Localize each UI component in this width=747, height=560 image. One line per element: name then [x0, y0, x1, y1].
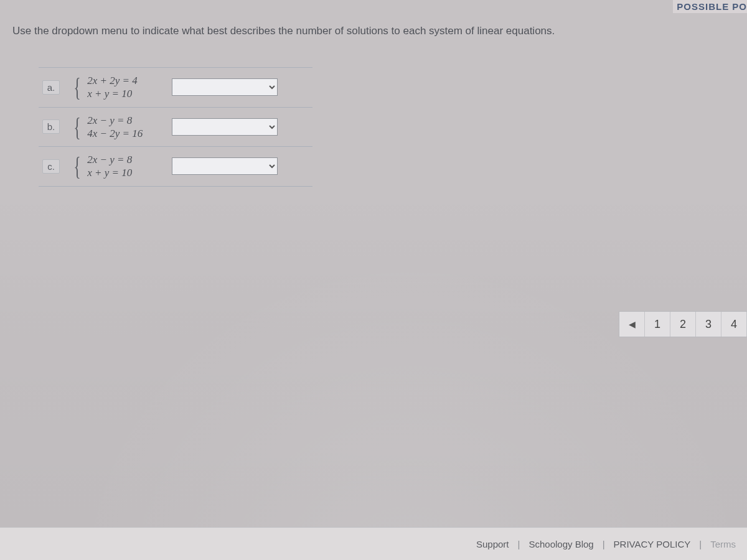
question-prompt: Use the dropdown menu to indicate what b… [12, 24, 735, 39]
item-letter: b. [42, 119, 60, 134]
pager-page-1[interactable]: 1 [645, 312, 670, 337]
item-row-b: b. { 2x − y = 8 4x − 2y = 16 [39, 108, 312, 147]
footer-privacy-link[interactable]: PRIVACY POLICY [614, 539, 691, 549]
brace-icon: { [74, 153, 81, 179]
item-letter: c. [42, 159, 60, 174]
equation-system: { 2x + 2y = 4 x + y = 10 [71, 74, 164, 101]
pager-prev-button[interactable]: ◀ [619, 312, 645, 337]
footer-separator: | [699, 539, 702, 549]
answer-dropdown-a[interactable] [172, 78, 278, 96]
equation-line: x + y = 10 [87, 87, 138, 100]
equation-line: 4x − 2y = 16 [87, 127, 143, 140]
item-letter: a. [42, 80, 60, 95]
footer-separator: | [518, 539, 520, 549]
brace-icon: { [74, 74, 81, 100]
footer-terms-link[interactable]: Terms [710, 539, 736, 549]
brace-icon: { [74, 114, 81, 140]
equation-system: { 2x − y = 8 x + y = 10 [71, 153, 164, 180]
equation-line: 2x + 2y = 4 [87, 74, 138, 87]
footer-separator: | [603, 539, 605, 549]
equation-line: 2x − y = 8 [87, 114, 143, 127]
item-row-a: a. { 2x + 2y = 4 x + y = 10 [39, 67, 312, 108]
pager-page-2[interactable]: 2 [670, 312, 696, 337]
answer-dropdown-b[interactable] [172, 118, 278, 136]
pager-page-3[interactable]: 3 [696, 312, 721, 337]
question-items: a. { 2x + 2y = 4 x + y = 10 b. { 2x − y … [39, 67, 312, 187]
answer-dropdown-c[interactable] [172, 157, 278, 175]
equation-line: 2x − y = 8 [87, 153, 132, 166]
equation-line: x + y = 10 [87, 166, 132, 179]
header-fragment: POSSIBLE PO [673, 0, 747, 13]
pager-page-4[interactable]: 4 [721, 312, 747, 337]
footer-blog-link[interactable]: Schoology Blog [529, 539, 593, 549]
background-shade [0, 187, 747, 528]
footer-support-link[interactable]: Support [476, 539, 509, 549]
footer: Support | Schoology Blog | PRIVACY POLIC… [0, 527, 747, 560]
item-row-c: c. { 2x − y = 8 x + y = 10 [39, 147, 312, 187]
equation-system: { 2x − y = 8 4x − 2y = 16 [71, 114, 164, 141]
pagination: ◀ 1 2 3 4 [619, 311, 747, 337]
